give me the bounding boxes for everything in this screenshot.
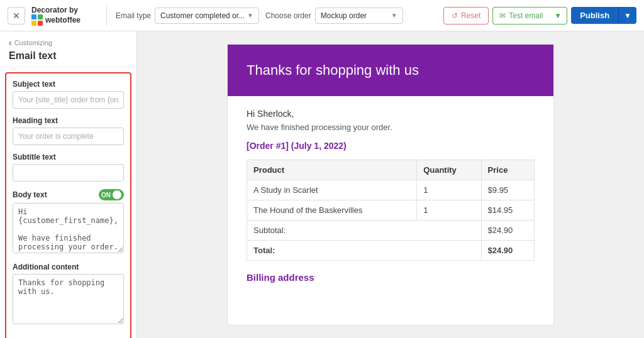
subject-input[interactable] xyxy=(13,91,124,109)
test-email-split-button[interactable]: ▼ xyxy=(549,7,567,25)
billing-title: Billing address xyxy=(247,272,535,283)
heading-field-group: Heading text xyxy=(13,116,124,145)
email-preview: Thanks for shopping with us Hi Sherlock,… xyxy=(227,44,554,325)
col-price: Price xyxy=(481,160,534,180)
email-type-label: Email type xyxy=(116,11,151,20)
reset-label: Reset xyxy=(461,11,480,20)
cell-price: $14.95 xyxy=(481,200,534,221)
chevron-down-icon: ▼ xyxy=(554,11,562,20)
subtitle-label: Subtitle text xyxy=(13,153,124,161)
table-row: A Study in Scarlet1$9.95 xyxy=(247,180,535,200)
body-field-group: Body text ON xyxy=(13,189,124,255)
additional-textarea[interactable] xyxy=(13,274,124,324)
choose-order-value: Mockup order xyxy=(321,11,367,20)
back-arrow-icon[interactable]: ‹ xyxy=(9,38,12,48)
logo-green xyxy=(38,14,43,19)
body-toggle[interactable]: ON xyxy=(99,189,124,200)
email-body: Hi Sherlock, We have finished processing… xyxy=(228,96,553,295)
breadcrumb: ‹ Customizing xyxy=(9,38,128,48)
body-textarea[interactable] xyxy=(13,203,124,253)
email-type-group: Email type Customer completed or... ▼ xyxy=(116,8,259,24)
test-email-label: Test email xyxy=(509,11,543,20)
logo-red xyxy=(38,21,43,26)
body-label: Body text ON xyxy=(13,189,124,200)
chevron-down-icon: ▼ xyxy=(247,12,253,19)
email-greeting: Hi Sherlock, xyxy=(247,109,535,119)
close-icon: ✕ xyxy=(13,11,20,21)
heading-label: Heading text xyxy=(13,116,124,125)
email-header-title: Thanks for shopping with us xyxy=(247,62,535,79)
total-value: $24.90 xyxy=(481,241,534,261)
close-button[interactable]: ✕ xyxy=(8,7,25,25)
additional-label: Additional content xyxy=(13,263,124,271)
sidebar-fields: Subject text Heading text Subtitle text … xyxy=(5,72,131,338)
subtitle-input[interactable] xyxy=(13,164,124,182)
subtotal-label: Subtotal: xyxy=(247,221,482,241)
topbar-controls: Email type Customer completed or... ▼ Ch… xyxy=(116,8,437,24)
brand-logo xyxy=(31,14,43,26)
chevron-down-icon: ▼ xyxy=(624,11,631,20)
test-email-group: ✉ Test email ▼ xyxy=(492,7,567,25)
brand-title: Decorator by xyxy=(31,6,78,14)
test-email-button[interactable]: ✉ Test email xyxy=(492,7,549,25)
chevron-down-icon: ▼ xyxy=(391,12,397,19)
order-table: Product Quantity Price A Study in Scarle… xyxy=(247,160,535,261)
toggle-knob xyxy=(113,190,121,199)
email-intro: We have finished processing your order. xyxy=(247,123,535,132)
cell-product: The Hound of the Baskervilles xyxy=(247,200,417,221)
subtotal-value: $24.90 xyxy=(481,221,534,241)
choose-order-label: Choose order xyxy=(265,11,311,20)
brand: Decorator by webtoffee xyxy=(31,6,107,26)
col-product: Product xyxy=(247,160,417,180)
heading-input[interactable] xyxy=(13,128,124,145)
choose-order-select[interactable]: Mockup order ▼ xyxy=(315,8,403,24)
sidebar: ‹ Customizing Email text Subject text He… xyxy=(0,31,137,338)
subtotal-row: Subtotal: $24.90 xyxy=(247,221,535,241)
cell-quantity: 1 xyxy=(417,200,481,221)
preview-area: Thanks for shopping with us Hi Sherlock,… xyxy=(137,31,644,338)
email-header: Thanks for shopping with us xyxy=(228,45,553,96)
cell-quantity: 1 xyxy=(417,180,481,200)
logo-blue xyxy=(31,14,36,19)
logo-yellow xyxy=(31,21,36,26)
table-row: The Hound of the Baskervilles1$14.95 xyxy=(247,200,535,221)
toggle-label: ON xyxy=(101,192,111,199)
crumb-label: Customizing xyxy=(14,39,53,46)
subtitle-field-group: Subtitle text xyxy=(13,153,124,182)
topbar: ✕ Decorator by webtoffee Email type Cust… xyxy=(0,0,644,31)
brand-name: webtoffee xyxy=(45,16,80,25)
cell-product: A Study in Scarlet xyxy=(247,180,417,200)
col-quantity: Quantity xyxy=(417,160,481,180)
main: ‹ Customizing Email text Subject text He… xyxy=(0,31,644,338)
subject-label: Subject text xyxy=(13,80,124,89)
topbar-actions: ↺ Reset ✉ Test email ▼ Publish ▼ xyxy=(443,7,636,25)
total-row: Total: $24.90 xyxy=(247,241,535,261)
publish-button[interactable]: Publish xyxy=(571,7,618,24)
email-type-select[interactable]: Customer completed or... ▼ xyxy=(155,8,259,24)
order-link: [Order #1] (July 1, 2022) xyxy=(247,141,535,151)
sidebar-header: ‹ Customizing Email text xyxy=(0,31,136,67)
reset-button[interactable]: ↺ Reset xyxy=(443,7,489,25)
subject-field-group: Subject text xyxy=(13,80,124,109)
sidebar-title: Email text xyxy=(9,50,128,62)
publish-split-button[interactable]: ▼ xyxy=(618,7,636,24)
reset-icon: ↺ xyxy=(452,11,458,20)
total-label: Total: xyxy=(247,241,482,261)
publish-group: Publish ▼ xyxy=(571,7,636,24)
email-type-value: Customer completed or... xyxy=(160,11,245,20)
additional-field-group: Additional content xyxy=(13,263,124,326)
cell-price: $9.95 xyxy=(481,180,534,200)
choose-order-group: Choose order Mockup order ▼ xyxy=(265,8,403,24)
publish-label: Publish xyxy=(580,11,609,20)
brand-sub: webtoffee xyxy=(31,14,80,26)
email-icon: ✉ xyxy=(499,11,506,20)
